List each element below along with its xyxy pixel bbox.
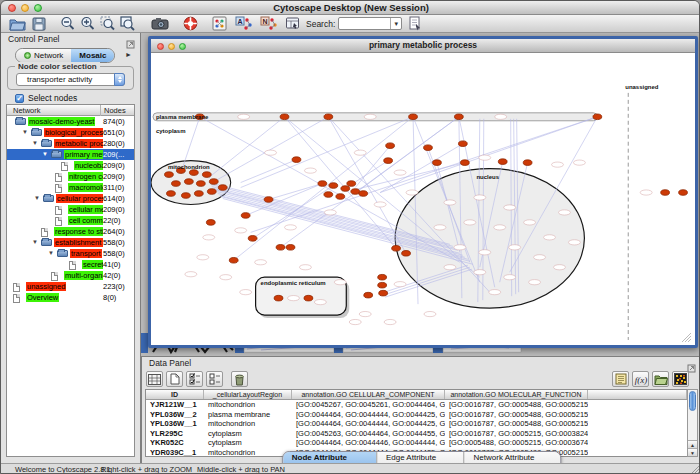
network-node-highlighted[interactable]	[165, 172, 174, 178]
expander-icon[interactable]: ▼	[22, 129, 28, 136]
tree-row[interactable]: multi-organism pro42(0)	[7, 270, 134, 281]
select-nodes-checkbox[interactable]: ✓	[15, 94, 24, 103]
network-node-unselected[interactable]	[304, 168, 316, 173]
network-node-unselected[interactable]	[235, 228, 247, 233]
network-edge[interactable]	[209, 117, 285, 178]
network-node-highlighted[interactable]	[336, 194, 345, 200]
network-node-highlighted[interactable]	[241, 213, 250, 219]
network-edge[interactable]	[253, 186, 334, 239]
zoom-fit-icon[interactable]	[120, 16, 135, 32]
table-scrollbar[interactable]: ▲ ▼	[687, 389, 698, 457]
network-node-unselected[interactable]	[479, 250, 491, 255]
network-node-unselected[interactable]	[554, 265, 566, 270]
network-node-unselected[interactable]	[349, 319, 361, 324]
table-header-row[interactable]: ID_cellularLayoutRegionannotation.GO CEL…	[146, 390, 687, 400]
network-node-highlighted[interactable]	[172, 181, 181, 187]
network-node-highlighted[interactable]	[424, 145, 433, 151]
network-node-highlighted[interactable]	[523, 160, 532, 166]
table-cell[interactable]: YKR052C	[146, 438, 204, 448]
network-annotation-a-icon[interactable]: A	[235, 16, 252, 32]
expander-icon[interactable]: ▼	[32, 239, 38, 246]
network-node-unselected[interactable]	[238, 114, 250, 119]
graphics-details-icon[interactable]	[212, 16, 227, 32]
tab-network[interactable]: Network	[16, 49, 71, 62]
network-node-unselected[interactable]	[364, 114, 376, 119]
network-node-unselected[interactable]	[524, 220, 536, 225]
network-node-highlighted[interactable]	[248, 236, 257, 242]
network-edge[interactable]	[234, 117, 413, 260]
table-row[interactable]: YPL036W__1mitochondrion[GO:0044464, GO:0…	[146, 419, 687, 429]
tree-row[interactable]: nitrogen compo209(0)	[7, 171, 134, 182]
network-node-highlighted[interactable]	[181, 193, 190, 199]
network-node-unselected[interactable]	[444, 265, 456, 270]
network-node-unselected[interactable]	[359, 311, 371, 316]
network-node-highlighted[interactable]	[409, 114, 418, 120]
expander-icon[interactable]: ▼	[48, 250, 54, 257]
network-node-unselected[interactable]	[474, 270, 486, 275]
network-node-highlighted[interactable]	[292, 157, 301, 163]
network-node-highlighted[interactable]	[460, 160, 469, 166]
tree-row[interactable]: ▼primary metabo209(...	[7, 149, 134, 160]
network-node-unselected[interactable]	[494, 225, 506, 230]
network-node-highlighted[interactable]	[196, 181, 205, 187]
network-node-highlighted[interactable]	[280, 114, 289, 120]
network-edge[interactable]	[269, 184, 323, 200]
expander-icon[interactable]: ▼	[34, 195, 40, 202]
table-cell[interactable]: [GO:0016787, GO:0005488, GO:0005215, G..…	[445, 419, 588, 429]
network-node-unselected[interactable]	[474, 195, 486, 200]
expander-icon[interactable]: ▼	[42, 151, 48, 158]
network-node-unselected[interactable]	[504, 205, 516, 210]
table-cell[interactable]: [GO:0005488, GO:0005215, GO:0003674]	[445, 438, 588, 448]
network-node-unselected[interactable]	[489, 290, 501, 295]
table-cell[interactable]: plasma membrane	[204, 410, 292, 420]
network-node-unselected[interactable]	[314, 300, 326, 305]
dropdown-stepper-icon[interactable]	[114, 73, 125, 86]
table-cell[interactable]: cytoplasm	[204, 438, 292, 448]
network-node-highlighted[interactable]	[392, 246, 401, 252]
table-row[interactable]: YPL036W__2plasma membrane[GO:0044464, GO…	[146, 410, 687, 420]
network-node-highlighted[interactable]	[167, 191, 176, 197]
tab-mosaic[interactable]: Mosaic	[71, 49, 114, 62]
tree-row[interactable]: cellular metabo209(0)	[7, 204, 134, 215]
window-grow-handle[interactable]	[682, 333, 691, 342]
save-icon[interactable]	[32, 16, 46, 32]
network-node-unselected[interactable]	[384, 319, 396, 324]
column-header[interactable]: annotation.GO CELLULAR_COMPONENT	[292, 390, 445, 399]
network-node-unselected[interactable]	[479, 155, 491, 160]
network-node-unselected[interactable]	[406, 190, 418, 195]
network-node-highlighted[interactable]	[378, 274, 387, 280]
network-edge[interactable]	[285, 117, 397, 249]
network-node-unselected[interactable]	[324, 210, 336, 215]
tree-row[interactable]: Overview8(0)	[7, 292, 134, 303]
tree-row[interactable]: ▼metabolic process280(0)	[7, 138, 134, 149]
network-node-highlighted[interactable]	[229, 257, 238, 263]
import-attributes-icon[interactable]	[652, 371, 669, 387]
scrollbar-thumb[interactable]	[689, 391, 696, 411]
network-node-unselected[interactable]	[185, 272, 197, 277]
network-node-highlighted[interactable]	[218, 185, 227, 191]
network-node-unselected[interactable]	[285, 225, 297, 230]
table-cell[interactable]: [GO:0044464, GO:0044444, GO:0044425, G..…	[292, 419, 445, 429]
window-titlebar[interactable]: Cytoscape Desktop (New Session)	[1, 1, 700, 15]
network-node-highlighted[interactable]	[189, 170, 198, 176]
network-node-highlighted[interactable]	[209, 179, 218, 185]
table-cell[interactable]: [GO:0045267, GO:0045261, GO:0044464, G..…	[292, 400, 445, 410]
network-node-unselected[interactable]	[287, 296, 299, 301]
table-cell[interactable]: [GO:0044464, GO:0044444, GO:0044425, G..…	[292, 410, 445, 420]
column-header[interactable]: annotation.GO MOLECULAR_FUNCTION	[445, 390, 588, 399]
table-row[interactable]: YJR121W__1mitochondrion[GO:0045267, GO:0…	[146, 400, 687, 410]
network-node-unselected[interactable]	[240, 290, 252, 295]
network-node-highlighted[interactable]	[359, 191, 368, 197]
table-cell[interactable]: YPL036W__2	[146, 410, 204, 420]
network-node-highlighted[interactable]	[318, 181, 327, 187]
network-node-unselected[interactable]	[424, 311, 436, 316]
network-node-highlighted[interactable]	[386, 143, 395, 149]
network-node-highlighted[interactable]	[207, 189, 216, 195]
network-edge[interactable]	[200, 117, 460, 262]
network-node-unselected[interactable]	[197, 255, 209, 260]
network-node-highlighted[interactable]	[593, 114, 602, 120]
column-header[interactable]: ID	[146, 390, 204, 399]
tree-row[interactable]: nucleobase-209(0)	[7, 160, 134, 171]
tree-row[interactable]: response to stimulu264(0)	[7, 226, 134, 237]
network-node-highlighted[interactable]	[661, 190, 670, 196]
